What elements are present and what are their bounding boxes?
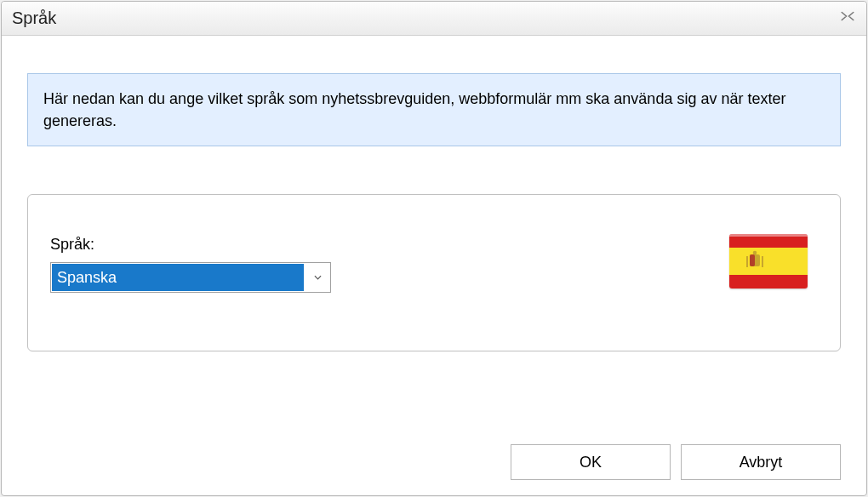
svg-point-5 (753, 251, 757, 255)
ok-button-label: OK (580, 454, 602, 471)
close-icon (840, 10, 855, 22)
svg-rect-1 (729, 248, 808, 275)
cancel-button-label: Avbryt (740, 454, 783, 471)
language-label: Språk: (50, 236, 818, 254)
svg-rect-6 (746, 256, 748, 267)
window-title: Språk (12, 9, 56, 28)
button-row: OK Avbryt (511, 444, 841, 480)
language-group: Språk: Spanska (27, 194, 841, 351)
titlebar: Språk (2, 2, 866, 36)
chevron-down-icon (314, 275, 322, 280)
dropdown-arrow-region (305, 263, 330, 292)
info-panel: Här nedan kan du ange vilket språk som n… (27, 73, 841, 146)
ok-button[interactable]: OK (511, 444, 671, 480)
svg-rect-4 (750, 254, 755, 266)
flag-icon (729, 234, 808, 288)
svg-rect-7 (762, 256, 763, 267)
info-text: Här nedan kan du ange vilket språk som n… (43, 90, 785, 129)
dialog-content: Här nedan kan du ange vilket språk som n… (2, 36, 866, 368)
language-selected-value: Spanska (52, 264, 304, 291)
close-button[interactable] (836, 6, 859, 26)
language-dropdown[interactable]: Spanska (50, 262, 331, 293)
svg-rect-2 (729, 234, 808, 237)
dialog-window: Språk Här nedan kan du ange vilket språk… (1, 1, 867, 496)
cancel-button[interactable]: Avbryt (681, 444, 841, 480)
